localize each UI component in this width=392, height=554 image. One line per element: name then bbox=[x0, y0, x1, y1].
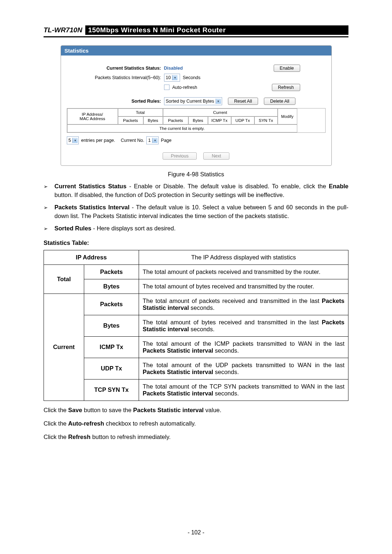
desc-packets: Packets bbox=[84, 264, 139, 279]
sorted-label: Sorted Rules: bbox=[67, 99, 164, 104]
th-bytes: Bytes bbox=[188, 116, 208, 124]
sorted-value: Sorted by Current Bytes bbox=[166, 99, 214, 104]
statistics-panel: Statistics Current Statistics Status: Di… bbox=[61, 45, 332, 166]
previous-button[interactable]: Previous bbox=[163, 152, 197, 160]
epp-value: 5 bbox=[69, 138, 71, 143]
th-current: Current bbox=[163, 108, 278, 116]
desc-ci: The total amount of the ICMP packets tra… bbox=[139, 336, 348, 358]
table-heading: Statistics Table: bbox=[44, 239, 348, 246]
interval-label: Packets Statistics Interval(5~60): bbox=[67, 75, 164, 80]
product-name: 150Mbps Wireless N Mini Pocket Router bbox=[85, 25, 348, 35]
status-value: Disabled bbox=[164, 66, 183, 71]
desc-cp: The total amount of packets received and… bbox=[139, 294, 348, 315]
auto-refresh-label: Auto-refresh bbox=[172, 85, 197, 90]
chevron-down-icon: ▾ bbox=[152, 138, 158, 143]
auto-refresh-checkbox[interactable] bbox=[164, 85, 170, 90]
desc-tp: The total amount of packets received and… bbox=[139, 264, 348, 279]
chevron-down-icon: ▾ bbox=[72, 138, 78, 143]
desc-packets: Packets bbox=[84, 294, 139, 315]
desc-ip-h: IP Address bbox=[44, 250, 139, 264]
desc-icmp: ICMP Tx bbox=[84, 336, 139, 358]
desc-cs: The total amount of the TCP SYN packets … bbox=[139, 379, 348, 401]
interval-select[interactable]: 10 ▾ bbox=[164, 74, 180, 82]
desc-udp: UDP Tx bbox=[84, 358, 139, 379]
current-no-select[interactable]: 1 ▾ bbox=[146, 136, 159, 144]
seconds-label: Seconds bbox=[183, 75, 201, 80]
para-autorefresh: Click the Auto-refresh checkbox to refre… bbox=[44, 419, 348, 428]
th-icmp: ICMP Tx bbox=[208, 116, 231, 124]
bullet-icon: ➢ bbox=[44, 203, 54, 221]
description-table: IP Address The IP Address displayed with… bbox=[44, 250, 348, 401]
page-label: Page bbox=[161, 138, 171, 143]
desc-current: Current bbox=[44, 294, 84, 401]
desc-cb: The total amount of bytes received and t… bbox=[139, 315, 348, 336]
bullet-icon: ➢ bbox=[44, 224, 54, 233]
sorted-select[interactable]: Sorted by Current Bytes ▾ bbox=[164, 97, 222, 105]
th-packets: Packets bbox=[118, 116, 143, 124]
figure-caption: Figure 4-98 Statistics bbox=[44, 171, 348, 178]
desc-ip-d: The IP Address displayed with statistics bbox=[139, 250, 348, 264]
interval-value: 10 bbox=[166, 75, 171, 80]
reset-all-button[interactable]: Reset All bbox=[228, 98, 258, 105]
chevron-down-icon: ▾ bbox=[216, 99, 221, 104]
th-udp: UDP Tx bbox=[231, 116, 254, 124]
delete-all-button[interactable]: Delete All bbox=[264, 98, 295, 105]
bullet-text: Packets Statistics Interval - The defaul… bbox=[54, 203, 348, 221]
para-refresh: Click the Refresh button to refresh imme… bbox=[44, 433, 348, 441]
desc-syn: TCP SYN Tx bbox=[84, 379, 139, 401]
desc-total: Total bbox=[44, 264, 84, 294]
stats-table: IP Address/ MAC Address Total Current Mo… bbox=[67, 108, 326, 133]
entries-per-page-select[interactable]: 5 ▾ bbox=[67, 136, 79, 144]
current-no-label: Current No. bbox=[121, 138, 144, 143]
th-total: Total bbox=[118, 108, 163, 116]
th-bytes: Bytes bbox=[143, 116, 163, 124]
para-save: Click the Save button to save the Packet… bbox=[44, 406, 348, 414]
chevron-down-icon: ▾ bbox=[172, 75, 177, 80]
desc-bytes: Bytes bbox=[84, 315, 139, 336]
refresh-button[interactable]: Refresh bbox=[272, 84, 300, 91]
bullet-icon: ➢ bbox=[44, 182, 54, 200]
desc-tb: The total amount of bytes received and t… bbox=[139, 279, 348, 294]
page-number: - 102 - bbox=[0, 529, 392, 536]
enable-button[interactable]: Enable bbox=[274, 65, 300, 72]
th-ip: IP Address/ MAC Address bbox=[67, 108, 118, 124]
th-packets: Packets bbox=[163, 116, 188, 124]
status-label: Current Statistics Status: bbox=[67, 66, 164, 71]
th-modify: Modify bbox=[278, 108, 297, 124]
panel-title: Statistics bbox=[61, 46, 331, 56]
epp-label: entries per page. bbox=[81, 138, 115, 143]
desc-bytes: Bytes bbox=[84, 279, 139, 294]
th-syn: SYN Tx bbox=[254, 116, 278, 124]
current-no-value: 1 bbox=[148, 138, 151, 143]
bullet-text: Current Statistics Status - Enable or Di… bbox=[54, 182, 348, 200]
model-number: TL-WR710N bbox=[44, 25, 85, 35]
desc-cu: The total amount of the UDP packets tran… bbox=[139, 358, 348, 379]
bullet-text: Sorted Rules - Here displays sort as des… bbox=[54, 224, 348, 233]
empty-row: The current list is empty. bbox=[67, 124, 297, 132]
next-button[interactable]: Next bbox=[203, 152, 229, 160]
